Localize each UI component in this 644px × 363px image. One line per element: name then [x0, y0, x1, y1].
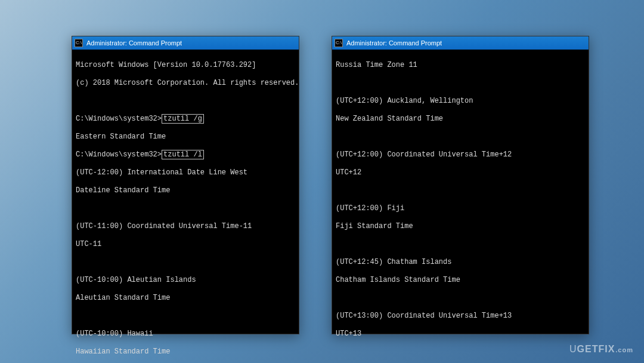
output-line: UTC+12 — [336, 168, 585, 177]
prompt-path: C:\Windows\system32> — [76, 115, 162, 123]
output-line: Russia Time Zone 11 — [336, 61, 585, 70]
watermark: UGETFIX.com — [569, 344, 633, 355]
titlebar-text-left: Administrator: Command Prompt — [86, 39, 182, 47]
output-line — [76, 204, 295, 213]
cmd-icon: C:\ — [335, 39, 343, 47]
output-line: (UTC-10:00) Hawaii — [76, 330, 295, 339]
prompt-line: C:\Windows\system32>tzutil /g — [76, 115, 295, 124]
output-line: Dateline Standard Time — [76, 186, 295, 195]
output-line: Hawaiian Standard Time — [76, 347, 295, 356]
output-line: (UTC-10:00) Aleutian Islands — [76, 276, 295, 285]
terminal-body-left[interactable]: Microsoft Windows [Version 10.0.17763.29… — [72, 50, 299, 363]
output-line: (UTC+12:00) Auckland, Wellington — [336, 97, 585, 106]
output-line — [336, 79, 585, 88]
output-line — [336, 294, 585, 303]
output-line: Eastern Standard Time — [76, 133, 295, 141]
titlebar-text-right: Administrator: Command Prompt — [346, 39, 442, 47]
watermark-main: GETFIX — [577, 344, 615, 354]
output-line: (UTC+12:00) Fiji — [336, 204, 585, 213]
output-line: Microsoft Windows [Version 10.0.17763.29… — [76, 61, 295, 70]
output-line — [336, 347, 585, 356]
output-line — [76, 258, 295, 267]
output-line — [76, 312, 295, 321]
titlebar-right[interactable]: C:\ Administrator: Command Prompt — [332, 36, 589, 50]
cmd-icon: C:\ — [75, 39, 83, 47]
prompt-line: C:\Windows\system32>tzutil /l — [76, 150, 295, 159]
output-line: (UTC-12:00) International Date Line West — [76, 168, 295, 177]
output-line — [76, 97, 295, 106]
output-line: (UTC+12:45) Chatham Islands — [336, 258, 585, 267]
output-line: UTC-11 — [76, 240, 295, 249]
output-line: (c) 2018 Microsoft Corporation. All righ… — [76, 79, 295, 88]
watermark-trail: .com — [615, 346, 633, 353]
prompt-path: C:\Windows\system32> — [76, 150, 162, 159]
output-line: Aleutian Standard Time — [76, 294, 295, 303]
cmd-window-right[interactable]: C:\ Administrator: Command Prompt Russia… — [332, 36, 589, 334]
output-line: (UTC+13:00) Coordinated Universal Time+1… — [336, 312, 585, 321]
cmd-window-left[interactable]: C:\ Administrator: Command Prompt Micros… — [72, 36, 299, 334]
titlebar-left[interactable]: C:\ Administrator: Command Prompt — [72, 36, 299, 50]
output-line: UTC+13 — [336, 330, 585, 339]
output-line: Fiji Standard Time — [336, 222, 585, 231]
highlighted-command-tzutil-g: tzutil /g — [162, 114, 204, 124]
highlighted-command-tzutil-l: tzutil /l — [162, 150, 204, 159]
output-line: (UTC-11:00) Coordinated Universal Time-1… — [76, 222, 295, 231]
watermark-lead: U — [569, 344, 577, 354]
output-line: Chatham Islands Standard Time — [336, 276, 585, 285]
output-line — [336, 186, 585, 195]
output-line: New Zealand Standard Time — [336, 115, 585, 124]
output-line — [336, 133, 585, 141]
terminal-body-right[interactable]: Russia Time Zone 11 (UTC+12:00) Auckland… — [332, 50, 589, 363]
output-line: (UTC+12:00) Coordinated Universal Time+1… — [336, 150, 585, 159]
output-line — [336, 240, 585, 249]
